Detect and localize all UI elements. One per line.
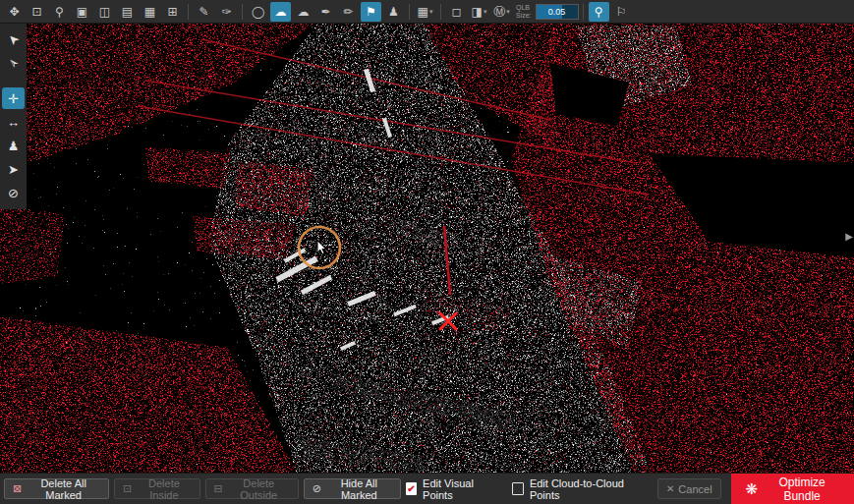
crosshair-icon: ✛	[8, 92, 19, 105]
cloud-icon: ☁	[298, 6, 310, 18]
brush-icon: ✑	[221, 6, 231, 18]
zoom-button[interactable]: ⚲	[49, 2, 70, 22]
erase-tool-button[interactable]: ⊘	[2, 182, 25, 203]
cloud-above-button[interactable]: ☁	[270, 2, 291, 22]
navigation-arrow-icon: ➤	[8, 163, 19, 176]
optimize-bundle-button[interactable]: ❋ Optimize Bundle	[731, 474, 854, 504]
eyedropper-button[interactable]: ✒	[315, 2, 336, 22]
model-box-button[interactable]: ◻	[446, 2, 467, 22]
eraser-icon: ⊘	[8, 187, 19, 199]
checkbox-checked-icon: ✔	[406, 482, 417, 495]
bundle-cluster-icon: ❋	[746, 481, 759, 496]
cursor-arrow-alt-icon: ➢	[5, 55, 22, 72]
cloud-icon: ☁	[275, 6, 287, 18]
tiles-icon: ⊞	[167, 6, 177, 18]
pointcloud-canvas[interactable]	[0, 24, 854, 473]
tile-view-button[interactable]: ⊞	[162, 2, 183, 22]
zoom-window-icon: ⊡	[31, 6, 41, 18]
inspect-magnifier-icon: ⚲	[595, 6, 603, 18]
mark-points-tool-button[interactable]: ✛	[2, 87, 25, 109]
edit-visual-points-checkbox[interactable]: ✔ Edit Visual Points	[406, 477, 497, 501]
chevron-down-icon: ▾	[484, 8, 487, 15]
inspect-tool-button[interactable]: ⚲	[589, 2, 609, 22]
delete-all-marked-button[interactable]: ⊠ Delete All Marked	[4, 478, 109, 499]
tool-sidebar: ➤ ➢ ✛ ↔ ♟ ➤ ⊘	[0, 24, 27, 209]
report-flag-button[interactable]: ⚐	[611, 2, 632, 22]
pencil-button[interactable]: ✏	[338, 2, 359, 22]
select-tool-button[interactable]: ➤	[2, 28, 25, 50]
hide-marked-icon: ⊘	[313, 483, 321, 494]
cloud-button[interactable]: ☁	[293, 2, 313, 22]
delete-outside-button[interactable]: ⊟ Delete Outside	[205, 478, 299, 499]
toolbar-nav-group: ✥ ⊡ ⚲	[3, 2, 71, 22]
hide-all-marked-button[interactable]: ⊘ Hide All Marked	[304, 478, 401, 499]
toolbar-separator	[242, 4, 243, 20]
image-view-button[interactable]: ▤	[117, 2, 138, 22]
pan-icon: ✥	[9, 6, 19, 18]
delete-inside-button[interactable]: ⊡ Delete Inside	[114, 478, 200, 499]
brush-tool-button[interactable]: ✑	[216, 2, 237, 22]
measure-width-tool-button[interactable]: ↔	[2, 111, 25, 133]
toolbar-point-tools-group: ◯ ☁ ☁ ✒ ✏ ⚑ ♟	[247, 2, 405, 22]
delete-outside-icon: ⊟	[214, 483, 223, 494]
close-icon: ✕	[666, 483, 674, 494]
bottom-action-bar: ⊠ Delete All Marked ⊡ Delete Inside ⊟ De…	[0, 473, 854, 504]
qlb-size-input[interactable]: 0.05	[536, 4, 579, 20]
pan-tool-button[interactable]: ✥	[4, 2, 25, 22]
model-camera-button[interactable]: ◨▾	[469, 2, 489, 22]
toolbar-inspect-group: ⚲ ⚐	[588, 2, 633, 22]
grid-view-button[interactable]: ▦	[140, 2, 160, 22]
split-view-button[interactable]: ◫	[94, 2, 115, 22]
edit-cloud-to-cloud-checkbox[interactable]: Edit Cloud-to-Cloud Points	[512, 477, 642, 501]
toolbar-layout-group: ▦▾	[414, 2, 436, 22]
location-pin-icon: ⚑	[366, 6, 376, 18]
camera-pose-tool-button[interactable]: ♟	[2, 135, 25, 156]
layout-grid-icon: ▦	[418, 6, 428, 18]
cancel-button[interactable]: ✕ Cancel	[657, 478, 721, 499]
image-icon: ▤	[122, 6, 133, 18]
toolbar-separator	[583, 4, 584, 20]
toolbar-model-group: ◻ ◨▾ Ⓜ▾ QLB Size: 0.05	[445, 2, 579, 22]
layout-dropdown-button[interactable]: ▦▾	[415, 2, 435, 22]
edit-cloud-to-cloud-label: Edit Cloud-to-Cloud Points	[530, 477, 642, 501]
pointcloud-viewport: ▶	[0, 24, 854, 473]
delete-marked-icon: ⊠	[13, 483, 22, 494]
add-person-button[interactable]: ♟	[383, 2, 404, 22]
qlb-size-control: QLB Size: 0.05	[516, 4, 579, 20]
camera-icon: ▣	[77, 6, 87, 18]
cube-marker-icon: Ⓜ	[493, 6, 505, 18]
circle-icon: ◯	[252, 6, 264, 18]
chevron-down-icon: ▾	[429, 8, 433, 15]
optimize-bundle-label: Optimize Bundle	[765, 476, 839, 503]
delete-all-marked-label: Delete All Marked	[27, 477, 100, 501]
circle-select-button[interactable]: ◯	[248, 2, 268, 22]
checkbox-unchecked-icon	[512, 482, 524, 495]
select-points-tool-button[interactable]: ➢	[2, 52, 25, 74]
model-marker-button[interactable]: Ⓜ▾	[491, 2, 512, 22]
zoom-window-button[interactable]: ⊡	[27, 2, 47, 22]
toolbar-view-group: ▣ ◫ ▤ ▦ ⊞	[71, 2, 184, 22]
toolbar-separator	[409, 4, 410, 20]
cursor-arrow-icon: ➤	[5, 31, 22, 48]
panel-expander-chevron[interactable]: ▶	[845, 232, 853, 242]
main-toolbar: ✥ ⊡ ⚲ ▣ ◫ ▤ ▦ ⊞ ✎ ✑ ◯ ☁ ☁ ✒ ✏ ⚑ ♟ ▦▾	[0, 0, 854, 24]
qlb-size-label: QLB Size:	[516, 4, 532, 20]
draw-tool-button[interactable]: ✎	[194, 2, 214, 22]
person-icon: ♟	[8, 140, 20, 152]
navigate-tool-button[interactable]: ➤	[2, 158, 25, 180]
cube-camera-icon: ◨	[472, 6, 483, 18]
delete-inside-icon: ⊡	[123, 483, 132, 494]
qlb-size-value: 0.05	[548, 7, 566, 17]
split-view-icon: ◫	[99, 6, 110, 18]
horizontal-arrows-icon: ↔	[7, 116, 20, 129]
magnifier-icon: ⚲	[55, 6, 64, 18]
location-pin-button[interactable]: ⚑	[361, 2, 381, 22]
grid-icon: ▦	[144, 6, 155, 18]
toolbar-draw-group: ✎ ✑	[193, 2, 238, 22]
app-window: ✥ ⊡ ⚲ ▣ ◫ ▤ ▦ ⊞ ✎ ✑ ◯ ☁ ☁ ✒ ✏ ⚑ ♟ ▦▾	[0, 0, 854, 504]
pencil-icon: ✏	[343, 6, 353, 18]
toolbar-separator	[188, 4, 189, 20]
chevron-down-icon: ▾	[506, 8, 510, 15]
camera-view-button[interactable]: ▣	[72, 2, 92, 22]
toolbar-separator	[440, 4, 441, 20]
